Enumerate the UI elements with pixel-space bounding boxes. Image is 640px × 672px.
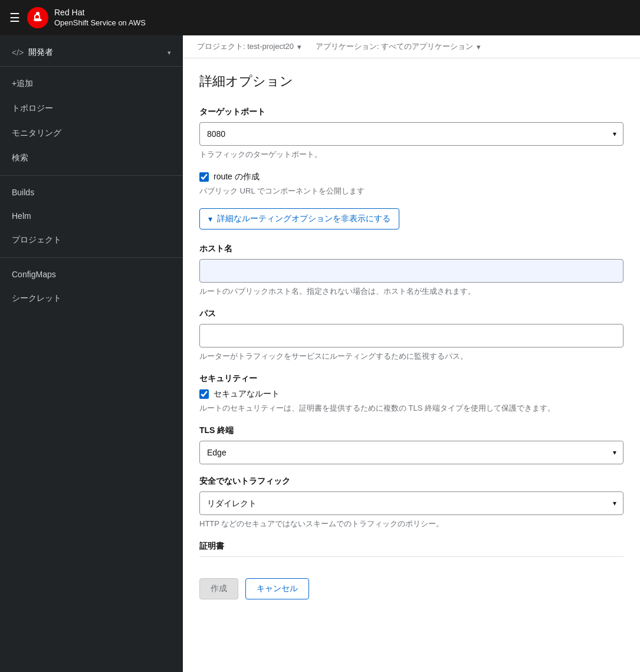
sidebar-item-helm[interactable]: Helm <box>0 204 183 228</box>
sidebar-item-label: ConfigMaps <box>12 270 56 279</box>
insecure-traffic-group: 安全でないトラフィック なし Allow リダイレクト ▾ HTTP などのセキ… <box>199 476 623 529</box>
sidebar-item-label: Builds <box>12 188 34 197</box>
insecure-traffic-description: HTTP などのセキュアではないスキームでのトラフィックのポリシー。 <box>199 519 623 529</box>
sidebar-item-topology[interactable]: トポロジー <box>0 96 183 121</box>
target-port-description: トラフィックのターゲットポート。 <box>199 149 623 160</box>
sidebar-item-secrets[interactable]: シークレット <box>0 286 183 311</box>
main-layout: </> 開発者 ▾ +追加 トポロジー モニタリング 検索 Builds Hel… <box>0 35 640 672</box>
sidebar-item-builds[interactable]: Builds <box>0 181 183 204</box>
perspective-selector[interactable]: </> 開発者 ▾ <box>0 40 183 67</box>
target-port-select[interactable]: 8080 <box>199 122 623 146</box>
certificate-divider <box>199 556 623 557</box>
path-label: パス <box>199 309 623 319</box>
cancel-button[interactable]: キャンセル <box>245 578 309 599</box>
hostname-description: ルートのパブリックホスト名。指定されない場合は、ホスト名が生成されます。 <box>199 286 623 297</box>
sidebar-item-label: プロジェクト <box>12 235 61 245</box>
certificate-label: 証明書 <box>199 541 623 552</box>
project-selector[interactable]: プロジェクト: test-project20 ▾ <box>197 41 301 52</box>
collapse-chevron-icon: ▾ <box>208 214 212 224</box>
svg-point-1 <box>36 12 40 15</box>
path-input[interactable]: / <box>199 324 623 348</box>
form-content: 詳細オプション ターゲットポート 8080 ▾ トラフィックのターゲットポート。… <box>183 58 640 614</box>
path-group: パス / ルーターがトラフィックをサービスにルーティングするために監視するパス。 <box>199 309 623 362</box>
code-icon: </> <box>12 48 24 57</box>
page-title: 詳細オプション <box>199 73 623 90</box>
sidebar-item-label: Helm <box>12 211 31 221</box>
sidebar: </> 開発者 ▾ +追加 トポロジー モニタリング 検索 Builds Hel… <box>0 35 183 672</box>
app-selector[interactable]: アプリケーション: すべてのアプリケーション ▾ <box>316 41 481 52</box>
hostname-group: ホスト名 nodejs001-project20.apps.rosa.hcp-0… <box>199 244 623 297</box>
target-port-group: ターゲットポート 8080 ▾ トラフィックのターゲットポート。 <box>199 107 623 160</box>
create-route-description: パブリック URL でコンポーネントを公開します <box>199 186 623 196</box>
hostname-label: ホスト名 <box>199 244 623 254</box>
content-area: プロジェクト: test-project20 ▾ アプリケーション: すべてのア… <box>183 35 640 672</box>
perspective-label: 開発者 <box>28 47 53 58</box>
project-label: プロジェクト: test-project20 <box>197 41 294 52</box>
sidebar-item-label: +追加 <box>12 78 33 89</box>
create-route-group: route の作成 パブリック URL でコンポーネントを公開します <box>199 172 623 196</box>
secure-route-label: セキュアなルート <box>214 389 280 399</box>
redhat-logo <box>27 7 48 28</box>
hostname-input[interactable]: nodejs001-project20.apps.rosa.hcp-01.n7b… <box>199 259 623 283</box>
sidebar-item-label: トポロジー <box>12 103 53 114</box>
app-label: アプリケーション: すべてのアプリケーション <box>316 41 473 52</box>
collapse-toggle-label: 詳細なルーティングオプションを非表示にする <box>217 214 390 224</box>
sidebar-divider <box>0 175 183 176</box>
svg-point-0 <box>27 7 48 28</box>
certificate-group: 証明書 <box>199 541 623 557</box>
target-port-select-wrapper: 8080 ▾ <box>199 122 623 146</box>
sidebar-item-add[interactable]: +追加 <box>0 71 183 96</box>
perspective-chevron: ▾ <box>168 49 171 57</box>
sidebar-item-configmaps[interactable]: ConfigMaps <box>0 263 183 286</box>
sidebar-item-label: モニタリング <box>12 128 61 139</box>
security-group: セキュリティー セキュアなルート ルートのセキュリティーは、証明書を提供するため… <box>199 373 623 414</box>
path-description: ルーターがトラフィックをサービスにルーティングするために監視するパス。 <box>199 351 623 362</box>
action-buttons: 作成 キャンセル <box>199 569 623 599</box>
collapse-toggle-button[interactable]: ▾ 詳細なルーティングオプションを非表示にする <box>199 208 399 230</box>
tls-select-wrapper: Edge Passthrough Re-encrypt ▾ <box>199 441 623 464</box>
tls-termination-select[interactable]: Edge Passthrough Re-encrypt <box>199 441 623 464</box>
create-route-label: route の作成 <box>214 172 260 182</box>
tls-termination-label: TLS 終端 <box>199 425 623 436</box>
logo-container: Red Hat OpenShift Service on AWS <box>27 7 146 28</box>
sidebar-item-project[interactable]: プロジェクト <box>0 228 183 253</box>
create-button[interactable]: 作成 <box>199 578 238 599</box>
insecure-traffic-label: 安全でないトラフィック <box>199 476 623 487</box>
secure-route-row: セキュアなルート <box>199 389 623 399</box>
project-chevron: ▾ <box>297 42 301 51</box>
app-chevron: ▾ <box>477 42 481 51</box>
secure-route-checkbox[interactable] <box>199 389 209 399</box>
insecure-traffic-select[interactable]: なし Allow リダイレクト <box>199 491 623 515</box>
menu-icon[interactable]: ☰ <box>9 11 20 25</box>
create-route-row: route の作成 <box>199 172 623 182</box>
sidebar-item-search[interactable]: 検索 <box>0 146 183 171</box>
insecure-select-wrapper: なし Allow リダイレクト ▾ <box>199 491 623 515</box>
sidebar-divider-2 <box>0 257 183 258</box>
project-bar: プロジェクト: test-project20 ▾ アプリケーション: すべてのア… <box>183 35 640 58</box>
top-nav: ☰ Red Hat OpenShift Service on AWS <box>0 0 640 35</box>
sidebar-item-label: シークレット <box>12 293 61 304</box>
secure-route-description: ルートのセキュリティーは、証明書を提供するために複数の TLS 終端タイプを使用… <box>199 403 623 414</box>
security-label: セキュリティー <box>199 373 623 384</box>
product-name: Red Hat OpenShift Service on AWS <box>54 7 146 28</box>
create-route-checkbox[interactable] <box>199 172 209 182</box>
sidebar-item-monitoring[interactable]: モニタリング <box>0 121 183 146</box>
tls-termination-group: TLS 終端 Edge Passthrough Re-encrypt ▾ <box>199 425 623 464</box>
target-port-label: ターゲットポート <box>199 107 623 117</box>
sidebar-item-label: 検索 <box>12 153 28 163</box>
